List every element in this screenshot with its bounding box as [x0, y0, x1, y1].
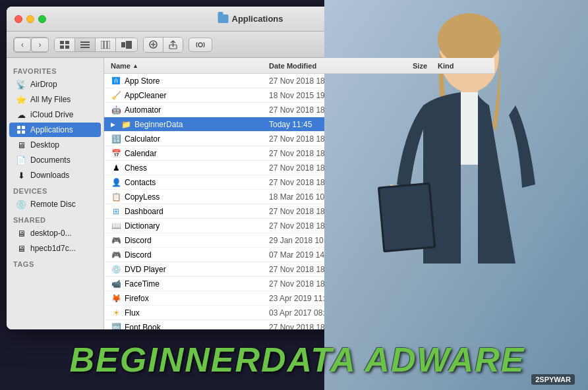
airdrop-icon: 📡	[16, 79, 26, 90]
file-name-cell: ⊞ Dashboard	[111, 206, 269, 217]
maximize-button[interactable]	[38, 15, 46, 23]
svg-rect-18	[22, 126, 25, 129]
back-button[interactable]: ‹	[14, 38, 31, 52]
svg-rect-10	[121, 42, 125, 47]
sidebar-item-applications[interactable]: Applications	[9, 123, 101, 137]
file-name: CopyLess	[125, 192, 160, 202]
col-kind-header[interactable]: Kind	[427, 62, 488, 70]
nav-buttons: ‹ ›	[13, 37, 49, 53]
file-name-cell: 🦊 Firefox	[111, 293, 269, 304]
app-icon: 📅	[111, 148, 121, 159]
folder-icon: 📁	[121, 119, 131, 130]
svg-rect-19	[17, 130, 20, 134]
action-button[interactable]	[144, 38, 163, 52]
view-column-button[interactable]	[96, 38, 116, 51]
devices-section-label: Devices	[7, 183, 103, 196]
file-name: Font Book	[125, 323, 161, 330]
window-title-area: Applications	[218, 14, 283, 24]
app-icon: 🧹	[111, 90, 121, 101]
sidebar-item-downloads[interactable]: ⬇ Downloads	[9, 168, 101, 182]
app-icon: 🎮	[111, 250, 121, 260]
sidebar-item-label: Documents	[30, 155, 71, 165]
sidebar-item-label: Downloads	[30, 171, 69, 180]
watermark-area: BEGINNERDATA ADWARE	[7, 343, 588, 377]
file-name-cell: ☀ Flux	[111, 308, 269, 318]
file-name-cell: 📖 Dictionary	[111, 221, 269, 231]
close-button[interactable]	[15, 15, 22, 23]
sidebar-item-label: desktop-0...	[30, 229, 72, 238]
file-name: Dashboard	[125, 207, 163, 216]
sidebar-item-desktop[interactable]: 🖥 Desktop	[9, 138, 101, 152]
downloads-icon: ⬇	[16, 170, 26, 181]
sidebar-item-remote-disc[interactable]: 💿 Remote Disc	[9, 197, 101, 211]
title-folder-icon	[218, 14, 228, 23]
file-name: Contacts	[125, 178, 156, 187]
sidebar-item-icloud-drive[interactable]: ☁ iCloud Drive	[9, 107, 101, 122]
svg-rect-1	[65, 41, 69, 44]
app-icon: 📋	[111, 192, 121, 202]
app-icon: 📹	[111, 279, 121, 289]
file-name-cell: 🧹 AppCleaner	[111, 90, 269, 101]
app-icon: 🤖	[111, 105, 121, 115]
file-name-cell: ▶ 📁 BeginnerData	[111, 119, 269, 130]
view-icon-button[interactable]	[55, 38, 75, 51]
col-date-header[interactable]: Date Modified	[269, 62, 374, 70]
window-title: Applications	[231, 14, 283, 24]
col-size-header[interactable]: Size	[374, 62, 427, 70]
favorites-section-label: Favorites	[7, 63, 103, 76]
file-name: Flux	[125, 308, 140, 318]
file-name: Calculator	[125, 134, 160, 144]
svg-rect-11	[126, 41, 132, 49]
svg-rect-3	[65, 45, 69, 49]
view-buttons	[54, 38, 138, 52]
svg-rect-4	[80, 42, 90, 43]
airdrop-button[interactable]	[189, 38, 212, 52]
app-icon: 🔢	[111, 134, 121, 144]
sidebar-item-label: All My Files	[30, 95, 71, 104]
sidebar-item-label: iCloud Drive	[30, 110, 73, 119]
sidebar-item-airdrop[interactable]: 📡 AirDrop	[9, 77, 101, 92]
file-name: DVD Player	[125, 265, 166, 274]
minimize-button[interactable]	[26, 15, 34, 23]
svg-rect-9	[107, 41, 110, 49]
app-icon: 🎮	[111, 235, 121, 246]
file-name: Dictionary	[125, 221, 160, 231]
action-buttons	[143, 37, 183, 53]
col-name-header[interactable]: Name ▲	[111, 62, 269, 70]
app-icon: 💿	[111, 264, 121, 275]
sidebar: Favorites 📡 AirDrop ⭐ All My Files ☁ iCl…	[7, 58, 104, 329]
view-list-button[interactable]	[75, 38, 96, 51]
file-name-cell: 🤖 Automator	[111, 105, 269, 115]
view-cover-button[interactable]	[116, 38, 137, 51]
app-icon: ☀	[111, 308, 121, 318]
sidebar-item-all-my-files[interactable]: ⭐ All My Files	[9, 92, 101, 107]
sidebar-item-desktop-shared[interactable]: 🖥 desktop-0...	[9, 226, 101, 240]
file-name-cell: 🔤 Font Book	[111, 322, 269, 330]
shared-section-label: Shared	[7, 212, 103, 225]
forward-button[interactable]: ›	[31, 38, 48, 52]
file-name-cell: 🅰 App Store	[111, 76, 269, 86]
app-icon: 📖	[111, 221, 121, 231]
sidebar-item-label: Remote Disc	[30, 200, 76, 209]
file-name: Firefox	[125, 294, 149, 303]
file-name: BeginnerData	[134, 120, 183, 129]
app-icon: 👤	[111, 177, 121, 188]
sort-arrow: ▲	[132, 63, 138, 69]
desktop-icon: 🖥	[16, 140, 26, 150]
svg-rect-6	[80, 47, 90, 48]
sidebar-item-hpecb1d7c[interactable]: 🖥 hpecb1d7c...	[9, 241, 101, 256]
file-name: Automator	[125, 105, 161, 115]
svg-rect-7	[101, 41, 103, 49]
svg-rect-8	[104, 41, 107, 49]
svg-point-16	[198, 43, 202, 47]
sidebar-item-label: Applications	[30, 125, 73, 134]
documents-icon: 📄	[16, 155, 26, 165]
sidebar-item-documents[interactable]: 📄 Documents	[9, 153, 101, 167]
file-name-cell: 🎮 Discord	[111, 250, 269, 260]
file-name: FaceTime	[125, 279, 160, 289]
disclosure-arrow: ▶	[111, 121, 117, 128]
svg-rect-5	[80, 44, 90, 45]
svg-rect-0	[60, 41, 64, 44]
share-button[interactable]	[163, 38, 183, 52]
shared-desktop-icon: 🖥	[16, 228, 26, 238]
